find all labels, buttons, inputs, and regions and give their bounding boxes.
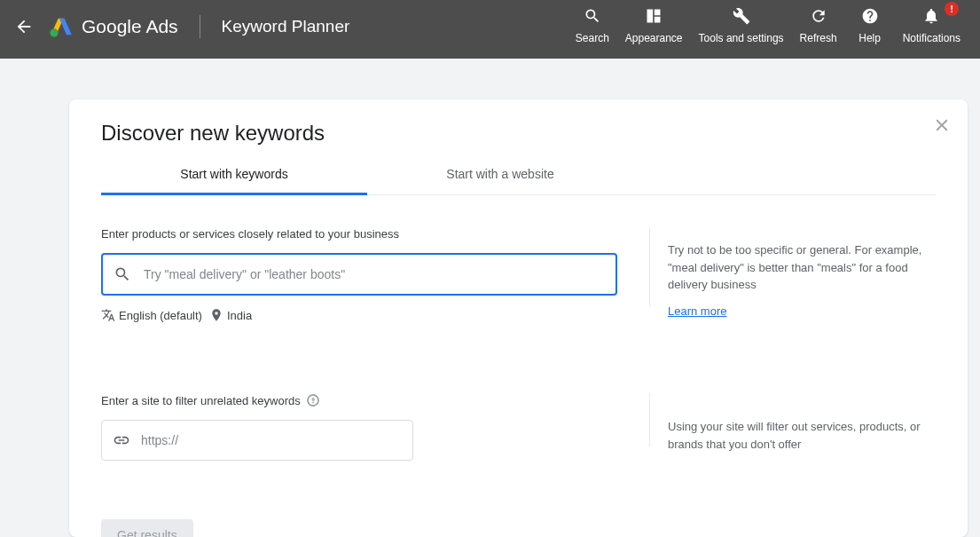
back-button[interactable] <box>14 17 34 36</box>
help-circle-icon[interactable]: ? <box>306 393 320 407</box>
divider <box>200 15 200 38</box>
nav-label: Refresh <box>800 32 837 44</box>
svg-text:?: ? <box>311 397 316 405</box>
nav-label: Tools and settings <box>699 32 784 44</box>
keyword-left: Enter products or services closely relat… <box>101 227 617 322</box>
product-name: Google Ads <box>82 16 178 37</box>
keyword-label: Enter products or services closely relat… <box>101 227 617 241</box>
bell-icon <box>922 7 940 25</box>
wrench-icon <box>733 7 750 25</box>
tab-keywords[interactable]: Start with keywords <box>101 156 367 195</box>
keyword-input-box[interactable] <box>101 253 617 296</box>
search-icon <box>584 7 601 25</box>
nav-label: Appearance <box>625 32 683 44</box>
learn-more-link[interactable]: Learn more <box>668 303 726 320</box>
svg-point-0 <box>50 28 58 36</box>
nav-help[interactable]: Help <box>848 5 892 44</box>
main-card: Discover new keywords Start with keyword… <box>69 99 968 537</box>
tabs: Start with keywords Start with a website <box>101 156 936 195</box>
search-icon <box>114 265 131 283</box>
site-section: Enter a site to filter unrelated keyword… <box>101 393 936 461</box>
link-icon <box>113 431 130 449</box>
translate-icon <box>101 308 115 322</box>
actions: Get results <box>101 519 936 537</box>
header-nav: Search Appearance Tools and settings Ref… <box>570 0 966 44</box>
site-tip: Using your site will filter out services… <box>649 393 936 446</box>
site-tip-text: Using your site will filter out services… <box>668 418 936 453</box>
nav-label: Help <box>858 32 881 44</box>
app-header: Google Ads Keyword Planner Search Appear… <box>0 0 980 59</box>
header-left: Google Ads Keyword Planner <box>14 0 349 53</box>
keyword-section: Enter products or services closely relat… <box>101 227 936 322</box>
keyword-input[interactable] <box>144 267 605 281</box>
nav-tools[interactable]: Tools and settings <box>694 5 789 44</box>
notification-badge: ! <box>945 2 959 16</box>
arrow-left-icon <box>14 17 34 36</box>
nav-search[interactable]: Search <box>570 5 615 44</box>
tab-website[interactable]: Start with a website <box>367 156 633 194</box>
nav-notifications[interactable]: ! Notifications <box>898 5 966 44</box>
keyword-tip: Try not to be too specific or general. F… <box>649 227 936 307</box>
refresh-icon <box>810 7 827 25</box>
google-ads-logo-icon <box>48 14 73 39</box>
location-selector[interactable]: India <box>209 308 252 322</box>
nav-refresh[interactable]: Refresh <box>795 5 843 44</box>
logo-section[interactable]: Google Ads <box>48 14 178 39</box>
location-icon <box>209 308 223 322</box>
site-label-text: Enter a site to filter unrelated keyword… <box>101 394 301 407</box>
page-title: Keyword Planner <box>222 17 350 36</box>
language-value: English (default) <box>119 309 202 322</box>
location-value: India <box>227 309 252 322</box>
tip-text: Try not to be too specific or general. F… <box>668 241 936 294</box>
card-title: Discover new keywords <box>101 121 936 146</box>
language-selector[interactable]: English (default) <box>101 308 202 322</box>
site-label: Enter a site to filter unrelated keyword… <box>101 393 617 407</box>
nav-label: Search <box>576 32 609 44</box>
close-icon <box>932 115 952 135</box>
get-results-button[interactable]: Get results <box>101 519 193 537</box>
close-button[interactable] <box>932 115 952 138</box>
site-left: Enter a site to filter unrelated keyword… <box>101 393 617 461</box>
meta-row: English (default) India <box>101 308 617 322</box>
help-icon <box>861 7 879 25</box>
appearance-icon <box>645 7 662 25</box>
site-input[interactable] <box>141 433 402 447</box>
nav-appearance[interactable]: Appearance <box>620 5 688 44</box>
site-input-box[interactable] <box>101 420 413 461</box>
nav-label: Notifications <box>903 32 960 44</box>
